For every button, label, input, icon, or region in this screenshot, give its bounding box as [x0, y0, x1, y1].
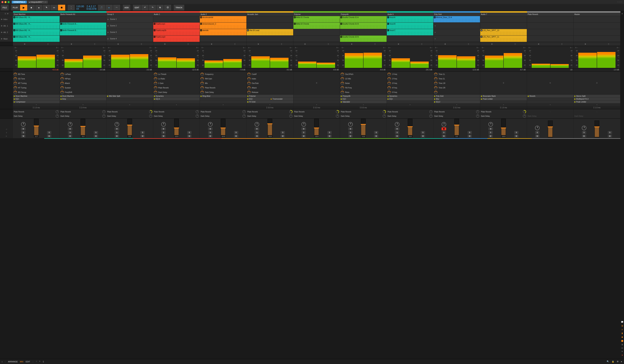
solo-button[interactable]: S: [395, 131, 399, 134]
clip-slot[interactable]: ▶Soulful Chords 01 A: [340, 16, 387, 22]
clip-slot[interactable]: [293, 35, 340, 42]
solo-button[interactable]: S: [21, 131, 26, 134]
clip-slot[interactable]: ▶Berlin Firework B...: [60, 22, 106, 29]
clip-slot[interactable]: [573, 16, 620, 22]
clip-slot[interactable]: ▶Vocal A: [387, 16, 434, 22]
clip-slot[interactable]: [60, 16, 106, 22]
peak-db[interactable]: -28.3 dB: [387, 68, 434, 71]
record-arm-button[interactable]: [161, 127, 166, 130]
clip-slot[interactable]: [247, 35, 293, 42]
macro-knob[interactable]: 1 Gain: [154, 81, 199, 86]
solo-button[interactable]: S: [608, 131, 612, 134]
add-device-button[interactable]: +: [293, 103, 340, 106]
track-header-12[interactable]: Master: [573, 11, 620, 16]
sends-panel-icon[interactable]: ⬤: [621, 340, 623, 342]
metronome-button[interactable]: 🎵: [98, 5, 105, 10]
mute-button[interactable]: M: [21, 135, 26, 137]
mute-button[interactable]: M: [468, 135, 472, 137]
clip-slot[interactable]: [573, 22, 620, 29]
device-slot[interactable]: Saturator: [340, 100, 387, 103]
macro-knob[interactable]: Osc/Sub: [247, 81, 292, 86]
arrange-view-button[interactable]: ARRANGE: [8, 361, 18, 363]
add-device-button[interactable]: +: [106, 103, 153, 106]
track-header-1[interactable]: Berlin Firework Kit: [60, 11, 106, 16]
record-arm-button[interactable]: [208, 127, 213, 130]
clip-slot[interactable]: [387, 35, 434, 42]
send-knob[interactable]: Dark Delay: [60, 114, 106, 118]
mute-button[interactable]: M: [348, 135, 353, 137]
solo-button[interactable]: S: [348, 131, 353, 134]
volume-fader[interactable]: [361, 119, 366, 135]
pan-knob[interactable]: [535, 126, 540, 130]
track-name[interactable]: Berlin Firework Kit: [60, 13, 106, 16]
device-slot[interactable]: Peak Limiter: [573, 100, 620, 103]
clip-slot[interactable]: ▶Vocal B: [387, 22, 434, 29]
window-controls[interactable]: [1, 1, 10, 3]
clip-slot[interactable]: ▶Soulful Chords 02 B: [340, 35, 387, 42]
mute-button[interactable]: M: [327, 135, 332, 137]
fader-value[interactable]: -10.0: [174, 135, 179, 137]
device-slot[interactable]: [480, 100, 527, 103]
macro-knob[interactable]: 1 Freq: [388, 72, 433, 76]
device-slot[interactable]: [527, 97, 574, 100]
close-window-icon[interactable]: [1, 1, 3, 3]
copy-button[interactable]: ⧉: [156, 5, 164, 10]
send-knob[interactable]: Dark Delay: [294, 114, 339, 118]
solo-button[interactable]: S: [161, 131, 166, 134]
macro-knob[interactable]: SD Tone: [14, 76, 59, 81]
add-button[interactable]: ADD: [123, 5, 130, 10]
fader-value[interactable]: +3.3: [267, 135, 272, 137]
stop-clip-button[interactable]: ■≡: [527, 42, 574, 46]
macro-knob[interactable]: Osc1Pitch: [341, 72, 386, 76]
macro-knob[interactable]: Lo Ratio: [154, 76, 199, 81]
device-slot[interactable]: EQ-5: [153, 97, 200, 100]
pan-knob[interactable]: [582, 126, 586, 130]
clip-slot[interactable]: [573, 35, 620, 42]
track-header-11[interactable]: Plate Reverb: [527, 11, 574, 16]
solo-button[interactable]: S: [281, 131, 285, 134]
macro-knob[interactable]: 3 Freq: [388, 81, 433, 86]
send-knob[interactable]: Plate Reverb: [154, 110, 199, 114]
macro-knob[interactable]: Sustain: [60, 86, 106, 90]
track-name[interactable]: Polysynth: [340, 13, 387, 16]
mute-button[interactable]: M: [234, 135, 238, 137]
clip-slot[interactable]: ▶808 (Bass-08) - H...: [13, 22, 60, 29]
mixer-icon[interactable]: ≡: [622, 328, 623, 331]
macro-knob[interactable]: Noise: [341, 81, 386, 86]
track-name[interactable]: Master: [573, 13, 620, 16]
device-slot[interactable]: EQ+: [340, 97, 387, 100]
clip-slot[interactable]: ▶TrashLoop2b: [153, 29, 200, 35]
stop-clip-button[interactable]: ■≡: [573, 42, 620, 46]
mute-button[interactable]: M: [187, 135, 191, 137]
device-slot[interactable]: Amp: [60, 97, 106, 100]
volume-fader[interactable]: [454, 119, 459, 135]
track-name[interactable]: Poly Grid: [433, 13, 480, 16]
device-slot[interactable]: Ring-Mod: [200, 94, 247, 97]
tempo-value[interactable]: 110.00: [76, 5, 84, 8]
clip-slot[interactable]: ▶808 (Bass-08) - H...: [13, 35, 60, 42]
add-device-button[interactable]: +: [387, 103, 434, 106]
device-slot[interactable]: Reverb: [527, 94, 574, 97]
macro-knob[interactable]: Frequency: [201, 72, 246, 76]
stop-clip-button[interactable]: ■≡: [13, 42, 60, 46]
device-panel-icon[interactable]: ▯: [43, 360, 44, 363]
clip-slot[interactable]: ▶Minimal_Bass_15 A: [433, 16, 480, 22]
clip-slot[interactable]: ▶Berlin Firework B...: [60, 29, 106, 35]
pan-knob[interactable]: [21, 122, 26, 127]
device-slot[interactable]: [200, 97, 247, 100]
send-knob[interactable]: Plate Reverb: [388, 110, 433, 114]
solo-button[interactable]: S: [140, 131, 145, 134]
pan-knob[interactable]: [115, 122, 119, 127]
solo-button[interactable]: S: [47, 131, 51, 134]
pre-roll-button[interactable]: ≡≡: [68, 5, 75, 10]
clip-launcher-button[interactable]: ▦: [58, 5, 65, 10]
add-device-button[interactable]: +: [433, 103, 480, 106]
track-name[interactable]: Audio 5: [387, 13, 434, 16]
add-remote-button[interactable]: +: [107, 72, 152, 94]
mute-button[interactable]: M: [281, 135, 285, 137]
send-knob[interactable]: Plate Reverb: [341, 110, 386, 114]
clip-slot[interactable]: [527, 22, 574, 29]
add-device-button[interactable]: +: [480, 103, 527, 106]
send-knob[interactable]: Dark Delay: [154, 114, 199, 118]
meters-panel-icon[interactable]: ▮: [622, 332, 623, 334]
